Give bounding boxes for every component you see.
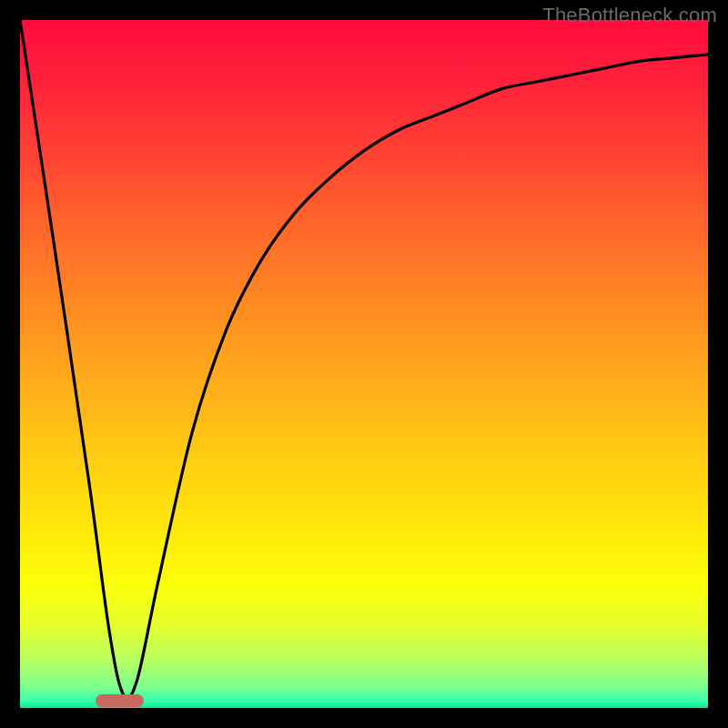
bottleneck-curve — [20, 20, 708, 708]
optimum-marker — [96, 694, 144, 707]
plot-area — [20, 20, 708, 708]
watermark-text: TheBottleneck.com — [542, 4, 717, 27]
chart-frame: TheBottleneck.com — [0, 0, 728, 728]
